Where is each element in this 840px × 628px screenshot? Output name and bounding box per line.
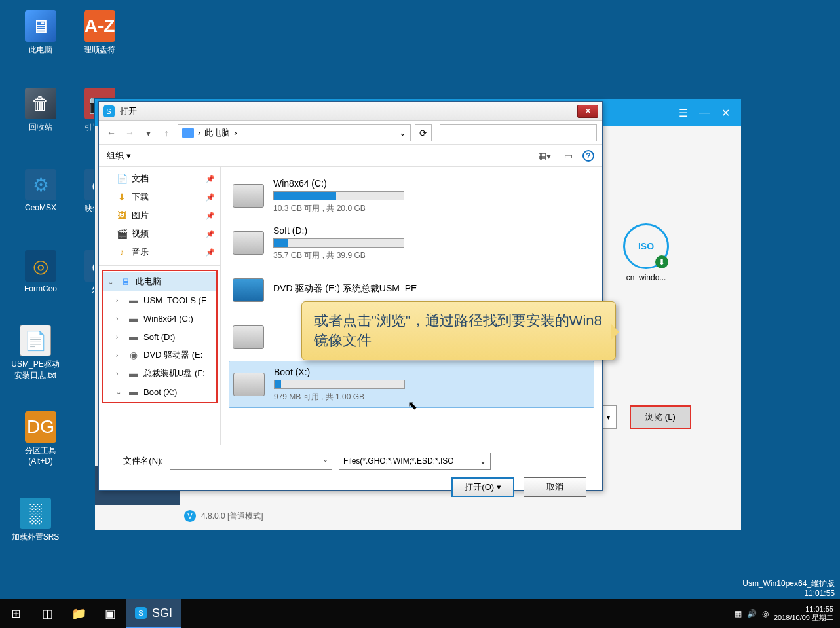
- refresh-button[interactable]: ⟳: [415, 124, 432, 141]
- desktop-icon-0[interactable]: 🖥此电脑: [14, 10, 67, 56]
- drive-icon: ◉: [128, 350, 140, 360]
- drive-item[interactable]: Win8x64 (C:) 10.3 GB 可用 , 共 20.0 GB: [229, 172, 594, 219]
- iso-item[interactable]: ISO⬇ cn_windo...: [617, 223, 676, 282]
- folder-icon: 🎬: [116, 229, 128, 239]
- tray-icon[interactable]: ◎: [762, 609, 769, 618]
- tree-label: Boot (X:): [143, 387, 177, 397]
- folder-icon: 🖼: [116, 210, 128, 221]
- drive-item[interactable]: Boot (X:) 979 MB 可用 , 共 1.00 GB: [229, 361, 594, 408]
- tree-item-drive[interactable]: ⌄▬Boot (X:): [103, 382, 216, 401]
- icon-label: 回收站: [14, 122, 67, 133]
- taskbar-app-label: SGI: [152, 606, 172, 620]
- dialog-toolbar: 组织 ▾ ▦▾ ▭ ?: [99, 145, 602, 167]
- tree-item-drive[interactable]: ›▬Soft (D:): [103, 327, 216, 346]
- terminal-icon[interactable]: ▣: [94, 599, 126, 628]
- nav-up-button[interactable]: ↑: [159, 126, 174, 140]
- tree-item-drive[interactable]: ›▬总裁装机U盘 (F:: [103, 364, 216, 382]
- taskview-button[interactable]: ◫: [31, 599, 63, 628]
- desktop-icon-9[interactable]: DG分区工具(Alt+D): [14, 411, 67, 466]
- desktop-icon-6[interactable]: ◎FormCeo: [14, 250, 67, 293]
- pin-icon: 📌: [206, 212, 215, 220]
- tree-item[interactable]: 📄文档📌: [99, 170, 220, 188]
- breadcrumb-sep: ›: [198, 128, 200, 138]
- icon-label: 加载外置SRS: [9, 532, 62, 543]
- tree-item[interactable]: ⬇下载📌: [99, 188, 220, 206]
- status-overlay: Usm_Win10pex64_维护版 11:01:55: [742, 579, 835, 599]
- menu-icon[interactable]: ☰: [673, 103, 694, 122]
- desktop-icon-8[interactable]: 📄USM_PE驱动安装日志.txt: [9, 325, 62, 381]
- desktop-icon-10[interactable]: ░加载外置SRS: [9, 498, 62, 543]
- tree-item[interactable]: 🎬视频📌: [99, 225, 220, 243]
- app-icon: ◎: [25, 250, 56, 282]
- breadcrumb[interactable]: 此电脑: [204, 127, 230, 139]
- icon-label: 分区工具(Alt+D): [14, 445, 67, 466]
- start-button[interactable]: ⊞: [0, 599, 31, 628]
- breadcrumb-sep: ›: [234, 128, 237, 138]
- tree-item-pc[interactable]: ⌄ 🖥 此电脑: [103, 272, 216, 291]
- tree-item[interactable]: 🖼图片📌: [99, 206, 220, 225]
- desktop-icon-2[interactable]: 🗑回收站: [14, 88, 67, 133]
- drive-icon: [233, 231, 264, 255]
- browse-button[interactable]: 浏览 (L): [630, 405, 691, 429]
- dialog-title: 打开: [120, 105, 577, 117]
- drive-name: Boot (X:): [274, 367, 590, 377]
- folder-icon: 📄: [116, 174, 128, 184]
- filename-label: 文件名(N):: [111, 455, 163, 467]
- tree-label: 下载: [132, 191, 149, 203]
- organize-dropdown[interactable]: 组织 ▾: [107, 150, 131, 162]
- tray-icon[interactable]: ▦: [735, 609, 742, 618]
- drive-icon: [233, 373, 265, 396]
- nav-back-button[interactable]: ←: [104, 126, 119, 140]
- help-icon[interactable]: ?: [582, 150, 594, 162]
- pin-icon: 📌: [206, 248, 215, 257]
- drive-name: Win8x64 (C:): [273, 178, 590, 189]
- version-text: 4.8.0.0 [普通模式]: [201, 511, 263, 522]
- close-button[interactable]: ✕: [715, 103, 736, 122]
- minimize-button[interactable]: —: [694, 103, 715, 122]
- chevron-icon: ⌄: [116, 388, 124, 396]
- tray-icon[interactable]: 🔊: [747, 609, 757, 618]
- app-icon: A-Z: [84, 10, 115, 42]
- file-filter-dropdown[interactable]: Files(*.GHO;*.WIM;*.ESD;*.ISO ⌄: [339, 453, 491, 470]
- address-dropdown-icon[interactable]: ⌄: [399, 128, 406, 138]
- iso-icon: ISO⬇: [623, 223, 669, 269]
- chevron-icon: ›: [116, 370, 124, 377]
- taskbar-clock[interactable]: 11:01:55 2018/10/09 星期二: [774, 605, 833, 622]
- drive-icon: [233, 184, 264, 208]
- nav-forward-button[interactable]: →: [123, 126, 137, 140]
- tree-item[interactable]: ♪音乐📌: [99, 243, 220, 261]
- open-button[interactable]: 打开(O) ▾: [451, 477, 514, 497]
- taskbar-app-sgi[interactable]: S SGI: [126, 599, 181, 628]
- preview-pane-icon[interactable]: ▭: [559, 149, 577, 163]
- dialog-close-button[interactable]: ✕: [577, 105, 598, 118]
- folder-icon: ♪: [116, 247, 128, 257]
- app-icon: 📄: [20, 325, 51, 356]
- icon-label: FormCeo: [14, 284, 67, 293]
- drive-capacity-text: 35.7 GB 可用 , 共 39.9 GB: [273, 250, 590, 261]
- filename-dropdown-icon[interactable]: ⌄: [322, 455, 328, 464]
- tree-item-drive[interactable]: ›◉DVD 驱动器 (E:: [103, 346, 216, 364]
- cancel-button[interactable]: 取消: [524, 477, 586, 497]
- nav-dropdown-icon[interactable]: ▾: [141, 126, 155, 140]
- tree-item-drive[interactable]: ›▬Win8x64 (C:): [103, 309, 216, 327]
- view-options-icon[interactable]: ▦▾: [535, 149, 554, 163]
- drive-name: Soft (D:): [273, 225, 590, 236]
- address-bar[interactable]: › 此电脑 › ⌄: [178, 124, 411, 141]
- drive-name: DVD 驱动器 (E:) 系统总裁USM_PE: [273, 283, 590, 295]
- icon-label: 此电脑: [14, 45, 67, 56]
- folder-icon: ⬇: [116, 192, 128, 202]
- drive-icon: [233, 278, 264, 302]
- pin-icon: 📌: [206, 230, 215, 238]
- search-input[interactable]: [440, 124, 597, 141]
- tree-label: 图片: [132, 210, 149, 221]
- folder-tree: 📄文档📌⬇下载📌🖼图片📌🎬视频📌♪音乐📌 ⌄ 🖥 此电脑 ›▬USM_TOOLS…: [99, 167, 221, 445]
- drive-icon: ▬: [128, 331, 140, 342]
- file-explorer-icon[interactable]: 📁: [63, 599, 94, 628]
- version-badge-icon: V: [184, 510, 196, 522]
- chevron-down-icon: ⌄: [108, 278, 116, 286]
- tree-item-drive[interactable]: ›▬USM_TOOLS (E: [103, 291, 216, 309]
- filename-input[interactable]: [170, 453, 332, 470]
- desktop-icon-4[interactable]: ⚙CeoMSX: [14, 169, 67, 212]
- desktop-icon-1[interactable]: A-Z理顺盘符: [73, 10, 126, 56]
- drive-item[interactable]: Soft (D:) 35.7 GB 可用 , 共 39.9 GB: [229, 219, 594, 267]
